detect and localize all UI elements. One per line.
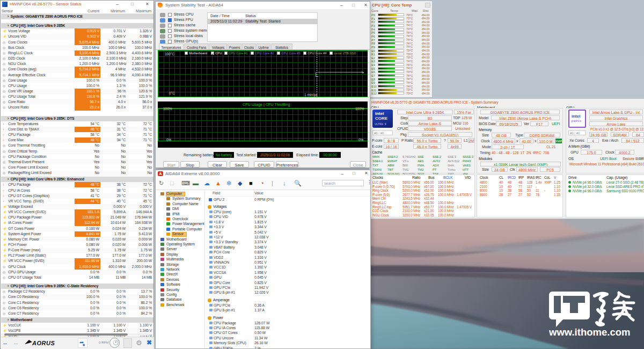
svg-text:AORUS: AORUS bbox=[32, 340, 55, 346]
svg-text:www.ithome.com: www.ithome.com bbox=[548, 326, 630, 338]
